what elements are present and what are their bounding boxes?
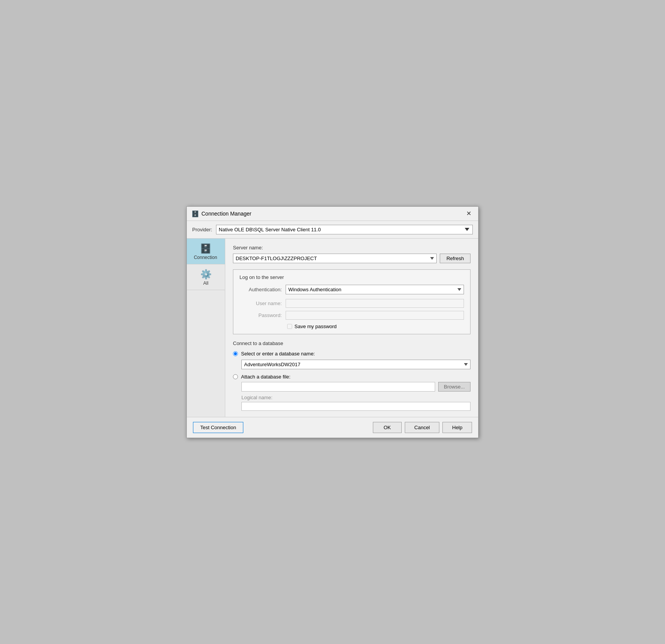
content-area: Server name: DESKTOP-F1TLOGJ\ZZZPROJECT …	[225, 239, 478, 417]
connect-section-title: Connect to a database	[233, 340, 470, 346]
connection-manager-dialog: 🗄️ Connection Manager ✕ Provider: Native…	[186, 206, 479, 438]
password-input[interactable]	[286, 311, 464, 320]
select-db-label[interactable]: Select or enter a database name:	[241, 351, 315, 357]
attach-file-input[interactable]	[241, 382, 435, 392]
sidebar-all-label: All	[203, 281, 208, 286]
select-db-radio[interactable]	[233, 351, 238, 356]
save-password-row: Save my password	[239, 324, 464, 329]
logon-section-title: Log on to the server	[239, 274, 464, 280]
logical-name-input[interactable]	[241, 402, 470, 411]
username-row: User name:	[239, 299, 464, 308]
dialog-icon: 🗄️	[191, 210, 198, 217]
database-select[interactable]: AdventureWorksDW2017	[241, 360, 470, 369]
logon-group: Log on to the server Authentication: Win…	[233, 269, 470, 334]
password-row: Password:	[239, 311, 464, 320]
footer: Test Connection OK Cancel Help	[187, 417, 478, 438]
auth-label: Authentication:	[239, 287, 282, 292]
dialog-title: Connection Manager	[201, 211, 251, 217]
save-password-checkbox[interactable]	[287, 324, 292, 329]
title-bar: 🗄️ Connection Manager ✕	[187, 207, 478, 221]
attach-db-label[interactable]: Attach a database file:	[241, 374, 291, 380]
username-input[interactable]	[286, 299, 464, 308]
username-label: User name:	[239, 300, 282, 306]
title-bar-left: 🗄️ Connection Manager	[191, 210, 251, 217]
help-button[interactable]: Help	[442, 422, 472, 433]
logical-name-row: Logical name:	[241, 395, 470, 411]
main-body: 🗄️ Connection ⚙️ All Server name: DESKTO…	[187, 239, 478, 417]
connection-icon: 🗄️	[200, 244, 211, 253]
close-button[interactable]: ✕	[464, 210, 474, 217]
server-name-row: DESKTOP-F1TLOGJ\ZZZPROJECT Refresh	[233, 254, 470, 263]
server-name-input[interactable]: DESKTOP-F1TLOGJ\ZZZPROJECT	[233, 254, 437, 263]
sidebar-connection-label: Connection	[194, 255, 217, 260]
cancel-button[interactable]: Cancel	[405, 422, 439, 433]
password-label: Password:	[239, 312, 282, 318]
attach-radio-row: Attach a database file:	[233, 374, 470, 380]
test-connection-button[interactable]: Test Connection	[193, 422, 243, 433]
auth-select[interactable]: Windows Authentication	[286, 285, 464, 294]
attach-db-radio[interactable]	[233, 374, 238, 379]
footer-right-buttons: OK Cancel Help	[373, 422, 472, 433]
server-name-label: Server name:	[233, 245, 470, 251]
ok-button[interactable]: OK	[373, 422, 402, 433]
browse-button[interactable]: Browse...	[438, 382, 470, 392]
logical-name-label: Logical name:	[241, 395, 470, 400]
provider-select[interactable]: Native OLE DB\SQL Server Native Client 1…	[216, 225, 473, 234]
provider-label: Provider:	[192, 227, 212, 232]
auth-row: Authentication: Windows Authentication	[239, 285, 464, 294]
sidebar-item-connection[interactable]: 🗄️ Connection	[187, 239, 225, 264]
provider-row: Provider: Native OLE DB\SQL Server Nativ…	[187, 221, 478, 239]
connect-database-group: Connect to a database Select or enter a …	[233, 340, 470, 411]
save-password-label[interactable]: Save my password	[294, 324, 337, 329]
attach-file-row: Browse...	[241, 382, 470, 392]
select-db-radio-row: Select or enter a database name:	[233, 351, 470, 357]
sidebar-item-all[interactable]: ⚙️ All	[187, 264, 225, 290]
sidebar: 🗄️ Connection ⚙️ All	[187, 239, 225, 417]
all-icon: ⚙️	[200, 270, 212, 279]
refresh-button[interactable]: Refresh	[440, 254, 470, 263]
